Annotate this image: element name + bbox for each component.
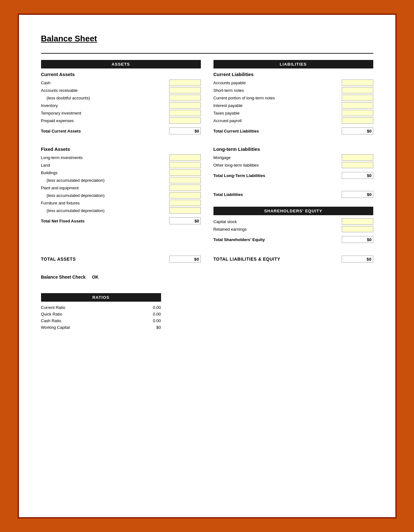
liabilities-header: LIABILITIES — [213, 60, 373, 68]
stn-input[interactable] — [342, 87, 373, 93]
other-lt-input[interactable] — [342, 162, 373, 168]
cash-ratio-label: Cash Ratio — [41, 318, 61, 323]
balance-check-label: Balance Sheet Check — [41, 275, 86, 280]
lt-invest-label: Long-term investments — [41, 155, 169, 160]
total-lt-liab-line: Total Long-Term Liabilities $0 — [213, 171, 373, 180]
lt-invest-input[interactable] — [169, 154, 201, 161]
land-label: Land — [41, 163, 169, 168]
total-liab-line: Total Liabilities $0 — [213, 190, 373, 199]
total-net-fixed-line: Total Net Fixed Assets $0 — [41, 216, 201, 226]
total-lt-liab-label: Total Long-Term Liabilities — [213, 173, 265, 178]
furn-depr-input[interactable] — [169, 207, 201, 214]
list-item: Furniture and fixtures — [41, 199, 201, 207]
quick-ratio-value: 0.00 — [142, 312, 161, 316]
ap-label: Accounts payable — [213, 80, 342, 85]
total-liab-label: Total Liabilities — [213, 192, 243, 197]
inventory-label: Inventory — [41, 103, 169, 108]
list-item: Taxes payable — [213, 109, 373, 117]
list-item: Prepaid expenses — [41, 117, 201, 124]
balance-sheet-page: Balance Sheet ASSETS Current Assets Cash… — [18, 14, 397, 518]
list-item: (less accumulated depreciation) — [41, 192, 201, 199]
taxes-input[interactable] — [342, 110, 373, 116]
capital-stock-input[interactable] — [342, 218, 373, 225]
total-equity-line: Total Shareholders' Equity $0 — [213, 235, 373, 244]
current-ratio-label: Current Ratio — [41, 305, 65, 310]
total-liab-equity-value: $0 — [342, 256, 373, 263]
list-item: Cash — [41, 79, 201, 86]
list-item: (less accumulated depreciation) — [41, 176, 201, 184]
retained-earnings-input[interactable] — [342, 226, 373, 232]
cplt-input[interactable] — [342, 95, 373, 101]
current-liabilities-title: Current Liabilities — [213, 72, 373, 77]
total-net-fixed-label: Total Net Fixed Assets — [41, 219, 85, 223]
doubtful-input[interactable] — [169, 95, 201, 101]
total-assets-line: TOTAL ASSETS $0 — [41, 256, 201, 263]
accrued-input[interactable] — [342, 117, 373, 124]
mortgage-input[interactable] — [342, 154, 373, 161]
list-item: Accounts receivable — [41, 86, 201, 94]
stn-label: Short-term notes — [213, 88, 342, 93]
total-liab-value: $0 — [342, 191, 373, 198]
plant-input[interactable] — [169, 185, 201, 191]
inventory-input[interactable] — [169, 102, 201, 109]
title-divider — [41, 53, 373, 54]
list-item: Cash Ratio 0.00 — [41, 317, 161, 324]
list-item: Temporary investment — [41, 109, 201, 117]
total-liab-equity-line: TOTAL LIABILITIES & EQUITY $0 — [213, 256, 373, 263]
current-ratio-value: 0.00 — [142, 305, 161, 310]
other-lt-label: Other long-term liabilities — [213, 163, 342, 168]
list-item: Buildings — [41, 169, 201, 176]
ratios-header: RATIOS — [41, 293, 161, 302]
list-item: Plant and equipment — [41, 184, 201, 192]
list-item: Land — [41, 161, 201, 169]
cplt-label: Current portion of long-term notes — [213, 96, 342, 100]
liabilities-column: LIABILITIES Current Liabilities Accounts… — [213, 60, 373, 246]
bldg-depr-label: (less accumulated depreciation) — [47, 178, 169, 183]
page-title: Balance Sheet — [41, 34, 373, 44]
balance-check-section: Balance Sheet Check OK — [41, 275, 373, 280]
total-current-assets-value: $0 — [169, 127, 201, 134]
total-lt-liab-value: $0 — [342, 172, 373, 179]
list-item: Interest payable — [213, 102, 373, 109]
total-assets-label: TOTAL ASSETS — [41, 257, 76, 262]
list-item: Inventory — [41, 102, 201, 109]
land-input[interactable] — [169, 162, 201, 168]
grand-totals-section: TOTAL ASSETS $0 TOTAL LIABILITIES & EQUI… — [41, 256, 373, 263]
retained-earnings-label: Retained earnings — [213, 227, 342, 232]
equity-header: SHAREHOLDERS' EQUITY — [213, 207, 373, 215]
cash-ratio-value: 0.00 — [142, 318, 161, 323]
prepaid-input[interactable] — [169, 117, 201, 124]
ar-input[interactable] — [169, 87, 201, 93]
temp-invest-input[interactable] — [169, 110, 201, 116]
fixed-assets-title: Fixed Assets — [41, 146, 201, 152]
int-pay-input[interactable] — [342, 102, 373, 109]
bldg-depr-input[interactable] — [169, 177, 201, 183]
int-pay-label: Interest payable — [213, 103, 342, 108]
cash-input[interactable] — [169, 80, 201, 86]
total-equity-label: Total Shareholders' Equity — [213, 237, 265, 242]
list-item: (less accumulated depreciation) — [41, 207, 201, 214]
total-equity-value: $0 — [342, 236, 373, 243]
list-item: Accrued payroll — [213, 117, 373, 124]
ar-label: Accounts receivable — [41, 88, 169, 93]
list-item: Short-term notes — [213, 86, 373, 94]
main-columns: ASSETS Current Assets Cash Accounts rece… — [41, 60, 373, 246]
buildings-label: Buildings — [41, 170, 169, 175]
plant-depr-input[interactable] — [169, 192, 201, 198]
furniture-input[interactable] — [169, 200, 201, 206]
list-item: Capital stock — [213, 218, 373, 225]
working-capital-label: Working Capital — [41, 325, 70, 330]
temp-invest-label: Temporary investment — [41, 111, 169, 115]
mortgage-label: Mortgage — [213, 155, 342, 160]
assets-column: ASSETS Current Assets Cash Accounts rece… — [41, 60, 201, 246]
longterm-liabilities-title: Long-term Liabilities — [213, 146, 373, 152]
taxes-label: Taxes payable — [213, 111, 342, 115]
cash-label: Cash — [41, 80, 169, 85]
list-item: Quick Ratio 0.00 — [41, 311, 161, 317]
ap-input[interactable] — [342, 80, 373, 86]
list-item: Mortgage — [213, 154, 373, 161]
buildings-input[interactable] — [169, 169, 201, 176]
working-capital-value: $0 — [142, 325, 161, 330]
balance-check-value: OK — [92, 275, 99, 280]
total-current-liab-line: Total Current Liabilities $0 — [213, 126, 373, 136]
